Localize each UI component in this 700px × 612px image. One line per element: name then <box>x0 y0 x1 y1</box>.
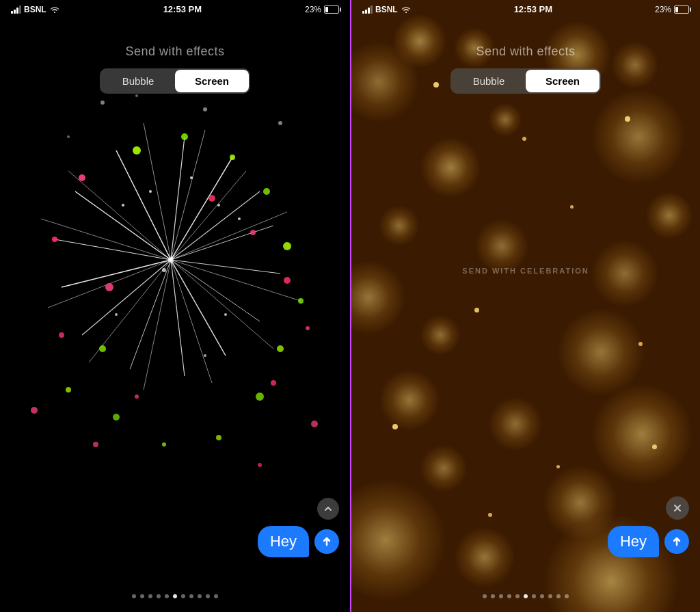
svg-point-35 <box>284 277 291 284</box>
svg-point-58 <box>224 313 227 316</box>
dot-3-left <box>148 594 152 598</box>
dot-9-right <box>548 594 552 598</box>
svg-line-14 <box>144 123 171 260</box>
page-dots-left <box>0 594 350 598</box>
svg-point-27 <box>52 237 57 242</box>
bubble-tab-right[interactable]: Bubble <box>452 70 526 92</box>
svg-point-28 <box>105 283 113 291</box>
svg-point-29 <box>59 332 64 338</box>
svg-point-67 <box>67 135 70 138</box>
dot-10-right <box>556 594 561 598</box>
svg-point-62 <box>162 268 166 272</box>
dot-7-left <box>181 594 185 598</box>
svg-line-8 <box>171 260 185 376</box>
dot-8-right <box>540 594 544 598</box>
svg-point-59 <box>115 313 118 316</box>
svg-point-44 <box>283 242 291 250</box>
svg-point-53 <box>122 204 124 207</box>
tab-selector-right: Bubble Screen <box>450 68 601 94</box>
battery-icon-left <box>324 5 339 14</box>
svg-line-4 <box>171 226 273 260</box>
svg-point-52 <box>162 442 166 447</box>
dot-10-left <box>206 594 210 598</box>
svg-point-50 <box>66 387 71 393</box>
svg-point-32 <box>93 442 98 447</box>
svg-point-57 <box>238 217 241 220</box>
svg-point-60 <box>204 354 206 357</box>
battery-area-right: 23% <box>655 5 689 14</box>
dot-1-left <box>132 594 136 598</box>
svg-line-15 <box>171 130 205 260</box>
svg-point-63 <box>100 101 105 105</box>
svg-line-13 <box>75 191 171 260</box>
message-bubble-left: Hey <box>258 526 309 557</box>
right-phone-screen: BSNL 12:53 PM 23% Send with effects Bubb… <box>350 0 700 612</box>
svg-point-54 <box>149 190 152 193</box>
screen-tab-left[interactable]: Screen <box>175 70 249 92</box>
message-bubble-right: Hey <box>608 526 659 557</box>
signal-icon-right <box>362 5 373 14</box>
cancel-button-right[interactable] <box>666 496 689 520</box>
svg-point-39 <box>258 463 262 467</box>
svg-point-31 <box>135 395 139 399</box>
status-bar-right: BSNL 12:53 PM 23% <box>351 0 700 17</box>
send-button-right[interactable] <box>664 529 689 554</box>
svg-point-36 <box>306 326 310 330</box>
svg-line-3 <box>171 191 260 260</box>
page-dots-right <box>351 594 700 598</box>
svg-point-37 <box>271 380 276 386</box>
battery-percent-left: 23% <box>305 5 321 14</box>
chevron-button-left[interactable] <box>317 498 339 520</box>
svg-line-17 <box>171 212 287 260</box>
svg-point-43 <box>263 188 270 195</box>
wifi-icon-left <box>49 5 60 14</box>
dot-6-left <box>173 594 177 598</box>
svg-point-61 <box>168 257 174 263</box>
svg-line-16 <box>171 171 246 260</box>
svg-point-55 <box>190 176 193 179</box>
svg-point-47 <box>256 393 264 401</box>
left-phone-screen: BSNL 12:53 PM 23% Send with effects Bubb… <box>0 0 350 612</box>
dot-4-left <box>157 594 161 598</box>
svg-point-45 <box>298 298 304 304</box>
signal-icon-left <box>11 5 21 14</box>
svg-point-48 <box>216 435 221 440</box>
dot-4-right <box>507 594 511 598</box>
dot-6-right <box>524 594 528 598</box>
effects-header-right: Send with effects <box>351 44 700 59</box>
svg-point-40 <box>133 146 141 155</box>
send-button-left[interactable] <box>314 529 339 554</box>
status-bar-left: BSNL 12:53 PM 23% <box>0 0 350 17</box>
message-area-left: Hey <box>258 526 339 557</box>
svg-point-51 <box>113 414 120 421</box>
dot-8-left <box>189 594 193 598</box>
svg-point-34 <box>250 230 256 235</box>
svg-point-38 <box>311 421 318 427</box>
message-area-right: Hey <box>608 526 689 557</box>
tab-selector-left: Bubble Screen <box>100 68 250 94</box>
svg-point-33 <box>208 195 215 202</box>
svg-point-26 <box>79 174 85 181</box>
dot-1-right <box>483 594 487 598</box>
dot-3-right <box>499 594 503 598</box>
wifi-icon-right <box>401 5 412 14</box>
svg-point-41 <box>181 133 188 140</box>
svg-point-68 <box>278 121 282 125</box>
dot-11-left <box>214 594 218 598</box>
svg-line-24 <box>41 219 171 260</box>
time-left: 12:53 PM <box>163 4 202 14</box>
time-right: 12:53 PM <box>514 4 552 14</box>
svg-point-46 <box>277 345 284 352</box>
carrier-name-left: BSNL <box>24 5 46 14</box>
svg-point-56 <box>217 204 220 207</box>
dot-7-right <box>532 594 536 598</box>
svg-line-12 <box>55 239 171 260</box>
bubble-tab-left[interactable]: Bubble <box>101 70 175 92</box>
svg-point-65 <box>203 107 207 111</box>
svg-line-19 <box>171 260 273 349</box>
svg-line-9 <box>130 260 171 369</box>
svg-point-42 <box>230 155 235 160</box>
screen-tab-right[interactable]: Screen <box>526 70 600 92</box>
carrier-name-right: BSNL <box>375 5 398 14</box>
dot-2-left <box>140 594 144 598</box>
